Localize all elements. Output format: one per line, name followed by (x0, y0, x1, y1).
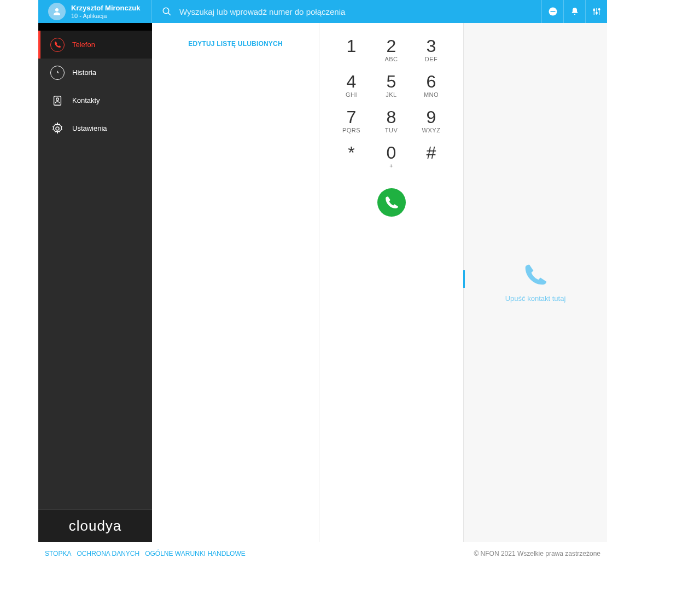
dialpad-key-star[interactable]: * (331, 140, 371, 175)
panel-collapse-handle[interactable] (463, 270, 465, 288)
main-content: Telefon Historia Kontakty Ustawienia (38, 23, 607, 542)
sidebar-item-ustawienia[interactable]: Ustawienia (38, 114, 152, 142)
svg-point-0 (55, 8, 59, 11)
dialer-panel: 1 2ABC 3DEF 4GHI 5JKL 6MNO 7PQRS 8TUV 9W… (319, 23, 464, 542)
svg-point-10 (598, 9, 600, 10)
header-search (152, 7, 541, 16)
sidebar-item-label: Telefon (72, 40, 95, 49)
dialpad-key-0[interactable]: 0+ (371, 140, 411, 175)
dnd-icon (548, 7, 558, 16)
sidebar: Telefon Historia Kontakty Ustawienia (38, 23, 152, 542)
phone-icon (384, 195, 399, 210)
sidebar-item-label: Ustawienia (72, 124, 107, 132)
dialpad: 1 2ABC 3DEF 4GHI 5JKL 6MNO 7PQRS 8TUV 9W… (319, 23, 463, 175)
user-icon (52, 7, 62, 16)
dialpad-key-3[interactable]: 3DEF (411, 33, 451, 68)
dialpad-key-5[interactable]: 5JKL (371, 68, 411, 104)
notifications-button[interactable] (563, 0, 585, 23)
dialpad-key-2[interactable]: 2ABC (371, 33, 411, 68)
dialpad-key-6[interactable]: 6MNO (411, 68, 451, 104)
header-user-block[interactable]: Krzysztof Mironczuk 10 - Aplikacja (38, 0, 152, 23)
brand-logo-text: cloudya (69, 518, 122, 535)
footer-links: STOPKA OCHRONA DANYCH OGÓLNE WARUNKI HAN… (45, 550, 246, 557)
phone-drop-icon (523, 263, 547, 289)
dialpad-key-1[interactable]: 1 (331, 33, 371, 68)
svg-point-13 (56, 127, 59, 130)
sidebar-item-label: Kontakty (72, 96, 100, 104)
footer-link-stopka[interactable]: STOPKA (45, 550, 71, 557)
svg-rect-4 (550, 11, 555, 12)
sidebar-item-kontakty[interactable]: Kontakty (38, 86, 152, 114)
bell-icon (570, 7, 579, 16)
sidebar-item-historia[interactable]: Historia (38, 59, 152, 86)
svg-point-12 (56, 97, 59, 100)
edit-favorites-link[interactable]: EDYTUJ LISTĘ ULUBIONYCH (188, 40, 283, 48)
footer: STOPKA OCHRONA DANYCH OGÓLNE WARUNKI HAN… (38, 542, 607, 561)
drop-hint-text: Upuść kontakt tutaj (505, 294, 566, 303)
search-icon (162, 7, 172, 16)
dialpad-key-7[interactable]: 7PQRS (331, 104, 371, 140)
user-name: Krzysztof Mironczuk (71, 4, 140, 12)
footer-copyright: © NFON 2021 Wszelkie prawa zastrzeżone (474, 550, 600, 557)
dialpad-key-4[interactable]: 4GHI (331, 68, 371, 104)
dialpad-key-8[interactable]: 8TUV (371, 104, 411, 140)
svg-point-8 (593, 9, 595, 11)
sidebar-item-telefon[interactable]: Telefon (38, 31, 152, 59)
settings-button[interactable] (585, 0, 607, 23)
svg-line-2 (168, 13, 171, 15)
footer-link-ochrona[interactable]: OCHRONA DANYCH (77, 550, 139, 557)
dialpad-key-hash[interactable]: # (411, 140, 451, 175)
clock-icon (50, 66, 65, 80)
gear-icon (50, 121, 65, 136)
favorites-panel: EDYTUJ LISTĘ ULUBIONYCH (152, 23, 319, 542)
call-button[interactable] (377, 188, 406, 217)
drop-contact-area[interactable]: Upuść kontakt tutaj (464, 23, 607, 542)
contacts-icon (50, 94, 65, 108)
avatar (48, 3, 66, 20)
sliders-icon (592, 7, 601, 16)
footer-link-owh[interactable]: OGÓLNE WARUNKI HANDLOWE (145, 550, 246, 557)
header-actions (541, 0, 607, 23)
svg-point-1 (163, 8, 169, 14)
search-input[interactable] (179, 7, 453, 16)
sidebar-item-label: Historia (72, 68, 96, 77)
dialpad-key-9[interactable]: 9WXYZ (411, 104, 451, 140)
user-subtitle: 10 - Aplikacja (71, 12, 140, 20)
brand-logo: cloudya (38, 509, 152, 542)
phone-icon (50, 38, 65, 52)
dnd-toggle-button[interactable] (541, 0, 563, 23)
app-header: Krzysztof Mironczuk 10 - Aplikacja (38, 0, 607, 23)
svg-point-9 (596, 12, 597, 14)
sidebar-top-strip (38, 23, 152, 31)
